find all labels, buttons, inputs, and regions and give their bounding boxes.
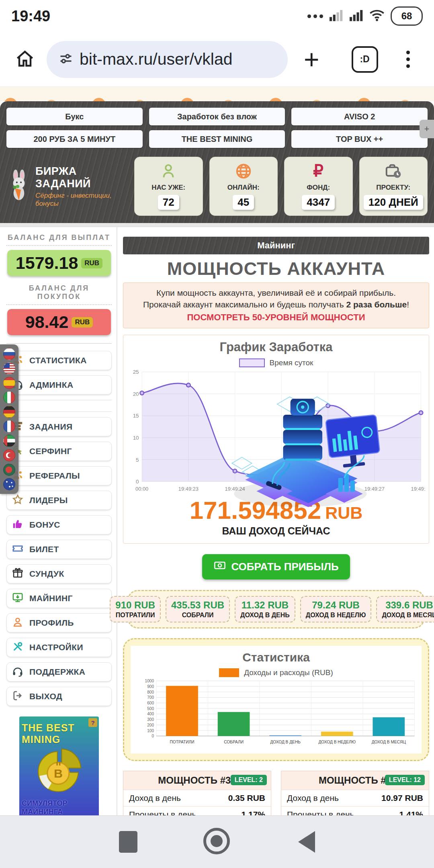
user-icon [159,162,178,182]
ruble-icon: ₽ [309,162,328,182]
notification-dots-icon [307,14,323,18]
recents-button[interactable] [119,831,137,853]
promo-line1: Купи мощность аккаунта, увеличивай её и … [156,288,396,297]
ad-button[interactable]: 200 РУБ ЗА 5 МИНУТ [6,130,143,148]
svg-text:700: 700 [147,696,154,700]
power-card-header: МОЩНОСТЬ #33 LEVEL: 2 [123,771,271,790]
address-bar[interactable]: bit-max.ru/user/vklad [47,41,288,78]
level-badge: LEVEL: 2 [231,775,267,785]
flag-it[interactable] [3,391,15,403]
monitor-icon [12,592,24,605]
site-subtitle: Сёрфинг - инвестиции, бонусы [35,192,127,208]
sidebar-item-profile[interactable]: ПРОФИЛЬ [6,613,112,633]
payout-balance: 1579.18 RUB [7,250,111,276]
language-flags [0,344,18,494]
browser-menu-button[interactable] [406,51,410,68]
earnings-chart-title: График Заработка [127,340,426,354]
divider [0,223,434,227]
sidebar: БАЛАНС ДЛЯ ВЫПЛАТ 1579.18 RUB БАЛАНС ДЛЯ… [0,227,117,815]
sidebar-item-surfing[interactable]: СЕРФИНГ [6,442,112,461]
sidebar-item-settings[interactable]: НАСТРОЙКИ [6,638,112,657]
stat-label: ОНЛАЙН: [227,184,260,192]
star-icon [12,493,24,507]
sidebar-item-support[interactable]: ПОДДЕРЖКА [6,662,112,682]
sidebar-item-bonus[interactable]: БОНУС [6,515,112,534]
header-stat-card: НАС УЖЕ: 72 [134,157,203,216]
header-stat-card: ₽ ФОНД: 4347 [284,157,353,216]
sidebar-item-statistics[interactable]: СТАТИСТИКА [6,351,112,370]
legend-swatch [219,668,239,677]
sidebar-item-leaders[interactable]: ЛИДЕРЫ [6,491,112,510]
svg-text:19:49:28: 19:49:28 [411,486,426,492]
stat-label: ПРОЕКТУ: [376,184,410,192]
rabbit-logo-icon [6,169,31,204]
total-pill: 339.6 RUBДОХОД В МЕСЯЦ [376,596,434,622]
stats-chart-title: Статистика [135,651,418,664]
flag-bd[interactable] [3,464,15,476]
power-card: МОЩНОСТЬ #33 LEVEL: 2 Доход в день0.35 R… [123,771,271,815]
back-button[interactable] [298,831,315,853]
flag-de[interactable] [3,406,15,418]
ad-button[interactable]: TOP BUX ++ [291,130,428,148]
signal-sim1-icon [329,9,343,23]
ad-button[interactable]: Заработок без влож [149,108,285,125]
flag-es[interactable] [3,377,15,389]
flag-fr[interactable] [3,420,15,432]
flag-ae[interactable] [3,435,15,447]
svg-text:10: 10 [133,435,139,441]
new-tab-button[interactable]: + [304,46,319,73]
stat-value: 72 [158,195,179,210]
svg-text:1000: 1000 [145,679,154,683]
ad-button[interactable]: Букс [6,108,143,125]
svg-text:СОБРАЛИ: СОБРАЛИ [224,740,244,744]
ad-button[interactable]: THE BEST MINING [149,130,285,148]
sidebar-item-ticket[interactable]: БИЛЕТ [6,540,112,559]
payout-balance-value: 1579.18 [16,253,78,273]
svg-text:100: 100 [147,729,154,733]
svg-text:19:49:24: 19:49:24 [225,486,245,492]
site-title: БИРЖА ЗАДАНИЙ [35,165,127,190]
sidebar-item-referrals[interactable]: РЕФЕРАЛЫ [6,466,112,485]
income-caption: ВАШ ДОХОД СЕЙЧАС [127,525,426,537]
svg-text:ДОХОД В МЕСЯЦ: ДОХОД В МЕСЯЦ [372,740,406,744]
power-levels-link[interactable]: ПОСМОТРЕТЬ 50-УРОВНЕЙ МОЩНОСТИ [129,311,423,324]
sidebar-item-tasks[interactable]: ЗАДАНИЯ [6,417,112,436]
purchase-currency-badge: RUB [72,317,93,328]
collect-profit-button[interactable]: СОБРАТЬ ПРИБЫЛЬ [202,554,350,579]
flag-ru[interactable] [3,348,15,360]
flag-us[interactable] [3,362,15,375]
current-income: 171.594852RUB [127,496,426,524]
site-logo[interactable]: БИРЖА ЗАДАНИЙ Сёрфинг - инвестиции, бону… [6,165,127,208]
flag-tr[interactable] [3,449,15,461]
wifi-icon [369,8,385,24]
banner-subtitle: СИМУЛЯТОР МАЙНИНГА [22,799,96,815]
signal-sim2-icon [349,9,363,23]
svg-text:20: 20 [133,391,139,397]
payout-balance-label: БАЛАНС ДЛЯ ВЫПЛАТ [6,233,112,246]
site-stats: НАС УЖЕ: 72 ОНЛАЙН: 45₽ ФОНД: 4347 ПРОЕК… [134,157,428,216]
sidebar-item-exit[interactable]: ВЫХОД [6,687,112,706]
sidebar-item-admin[interactable]: АДМИНКА [6,375,112,395]
svg-text:300: 300 [147,717,154,722]
home-icon[interactable] [14,47,36,72]
home-button[interactable] [203,828,230,854]
sidebar-item-mining[interactable]: МАЙНИНГ [6,589,112,608]
svg-text:0: 0 [151,734,154,739]
bitcoin-pie-icon: B [33,745,85,799]
sidebar-ad-banner[interactable]: THE BEST MINING B СИМУЛЯТОР МАЙНИНГА ? [19,717,99,815]
thumb-icon [12,518,24,532]
power-row: Проценты в день1.17% [123,806,271,815]
purchase-balance-value: 98.42 [25,312,69,332]
tune-icon[interactable] [59,51,73,68]
purchase-balance: 98.42 RUB [7,309,111,335]
svg-text:19:49:23: 19:49:23 [178,486,199,492]
ad-button[interactable]: AVISO 2 [291,108,428,125]
totals-row: 910 RUBПОТРАТИЛИ435.53 RUBСОБРАЛИ11.32 R… [127,590,424,628]
expand-ads-button[interactable]: + [420,120,434,138]
tab-switcher-button[interactable]: :D [352,46,378,73]
page-title: МОЩНОСТЬ АККАУНТА [123,258,429,279]
url-text[interactable]: bit-max.ru/user/vklad [80,50,233,69]
flag-au[interactable] [3,478,15,490]
sidebar-item-chest[interactable]: СУНДУК [6,564,112,583]
top-ad-panel: БуксЗаработок без вложAVISO 2200 РУБ ЗА … [0,101,434,223]
